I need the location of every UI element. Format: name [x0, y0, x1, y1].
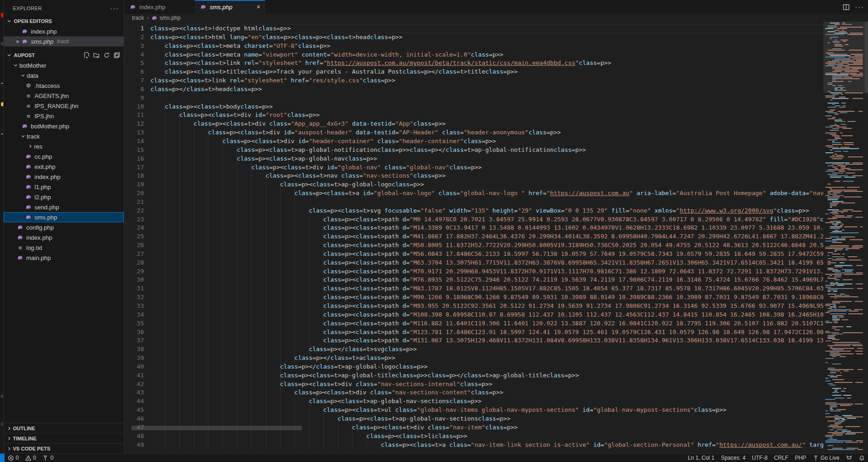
tree-file-ips_range.jhn[interactable]: ≡IPS_RANGE.jhn — [4, 101, 124, 111]
code-line[interactable]: 30 class=p><class=t>path d="M76.8935 20.… — [125, 276, 823, 284]
code-line[interactable]: 35 class=p><class=t>path d="M116.882 11.… — [125, 319, 823, 328]
tab-sms.php[interactable]: sms.php× — [195, 0, 265, 14]
status-warning[interactable]: 0 — [22, 454, 40, 462]
code-line[interactable]: 13 class=p><class=t>div id="auspost-head… — [125, 128, 823, 137]
code-line[interactable]: 36 class=p><class=t>path d="M123.781 17.… — [125, 328, 823, 337]
breadcrumb-folder[interactable]: track — [132, 15, 144, 21]
tree-file-ips.jhn[interactable]: ≡IPS.jhn — [4, 111, 124, 121]
code-line[interactable]: 1class=p><class=t>!doctype htmlclass=p>> — [125, 24, 823, 33]
code-line[interactable]: 9 — [125, 94, 823, 103]
code-line[interactable]: 44 class=p><class=t>ap-global-nav-sectio… — [125, 397, 823, 406]
status-php[interactable]: PHP — [792, 454, 810, 462]
code-line[interactable]: 34 class=p><class=t>path d="M108.398 8.6… — [125, 311, 823, 319]
status-broadcast-tower[interactable]: 0 — [39, 454, 57, 462]
code-line[interactable]: 20 class=p><class=t>a id="global-nav-log… — [125, 189, 823, 198]
code-line[interactable]: 12 class=p><class=t>div class="App_app__… — [125, 120, 823, 128]
code-line[interactable]: 17 class=p><class=t>div id="global-nav" … — [125, 163, 823, 172]
code-line[interactable]: 22 class=p><class=t>svg focusable="false… — [125, 207, 823, 215]
status-pet-cat-icon[interactable] — [843, 454, 856, 462]
code-line[interactable]: 2class=p><class=t>html lang="en"class=p>… — [125, 33, 823, 42]
panel-header-vs-code-pets[interactable]: VS CODE PETS — [4, 443, 124, 453]
vertical-scrollbar[interactable] — [865, 22, 868, 453]
code-line[interactable]: 40 class=p></class=t>ap-global-logoclass… — [125, 363, 823, 371]
code-line[interactable]: 21 — [125, 198, 823, 207]
open-editor-item[interactable]: ×sms.phptrack — [4, 36, 124, 46]
status-spaces-4[interactable]: Spaces: 4 — [718, 454, 748, 462]
status-ln-1-col-1[interactable]: Ln 1, Col 1 — [684, 454, 718, 462]
tree-file-l2.php[interactable]: l2.php — [4, 192, 124, 202]
tree-file-agents.jhn[interactable]: ≡AGENTS.jhn — [4, 91, 124, 101]
code-line[interactable]: 49 class=p><class=t>a class="nav-item-li… — [125, 441, 823, 450]
code-line[interactable]: 5 class=p><class=t>link rel="stylesheet"… — [125, 59, 823, 68]
status-crlf[interactable]: CRLF — [771, 454, 792, 462]
tree-file-cc.php[interactable]: cc.php — [4, 151, 124, 162]
code-line[interactable]: 8class=p></class=t>headclass=p>> — [125, 85, 823, 94]
code-line[interactable]: 42 class=p><class=t>div class="nav-secti… — [125, 380, 823, 389]
tree-folder-res[interactable]: res — [4, 141, 124, 151]
code-line[interactable]: 31 class=p><class=t>path d="M83.1787 18.… — [125, 284, 823, 293]
code-line[interactable]: 26 class=p><class=t>path d="M50.8005 11.… — [125, 241, 823, 250]
open-editor-item[interactable]: index.php — [4, 26, 124, 36]
code-line[interactable]: 39 class=p></class=t>aclass=p>> — [125, 354, 823, 363]
panel-header-outline[interactable]: OUTLINE — [4, 423, 124, 433]
tree-file-.htaccess[interactable]: ⚙.htaccess — [4, 81, 124, 91]
code-line[interactable]: 27 class=p><class=t>path d="M56.0843 17.… — [125, 250, 823, 259]
code-line[interactable]: 37 class=p><class=t>path d="M131.067 13.… — [125, 336, 823, 345]
tree-file-main.php[interactable]: main.php — [4, 253, 124, 263]
code-line[interactable]: 19 class=p><class=t>ap-global-logoclass=… — [125, 180, 823, 189]
close-icon[interactable]: × — [14, 38, 21, 45]
remote-indicator[interactable] — [0, 454, 5, 462]
code-line[interactable]: 32 class=p><class=t>path d="M90.1266 9.1… — [125, 293, 823, 302]
status-error[interactable]: 0 — [5, 454, 22, 462]
new-file-icon[interactable] — [83, 52, 90, 58]
tree-folder-botmother[interactable]: botMother — [4, 60, 124, 70]
code-line[interactable]: 14 class=p><class=t>div id="header-conta… — [125, 137, 823, 146]
code-line[interactable]: 45 class=p><class=t>ul class="global-nav… — [125, 406, 823, 415]
code-line[interactable]: 16 class=p><class=t>ap-global-navclass=p… — [125, 155, 823, 163]
code-line[interactable]: 33 class=p><class=t>path d="M93.955 20.5… — [125, 302, 823, 311]
code-editor[interactable]: 1class=p><class=t>!doctype htmlclass=p>>… — [125, 22, 823, 453]
tree-file-index.php[interactable]: index.php — [4, 232, 124, 243]
tree-file-sms.php[interactable]: sms.php — [4, 212, 124, 222]
code-line[interactable]: 28 class=p><class=t>path d="M63.3704 13.… — [125, 259, 823, 267]
status-utf-8[interactable]: UTF-8 — [749, 454, 771, 462]
code-line[interactable]: 7class=p><class=t>link rel="stylesheet" … — [125, 76, 823, 85]
horizontal-scrollbar[interactable] — [132, 426, 302, 430]
tree-file-index.php[interactable]: index.php — [4, 172, 124, 182]
code-line[interactable]: 15 class=p><class=t>ap-global-notificati… — [125, 146, 823, 155]
code-line[interactable]: 48 class=p><class=t>liclass=p>> — [125, 432, 823, 441]
split-editor-icon[interactable] — [843, 4, 850, 11]
code-line[interactable]: 3 class=p><class=t>meta charset="UTF-8"c… — [125, 42, 823, 51]
collapse-all-icon[interactable] — [114, 52, 120, 58]
code-line[interactable]: 10 class=p><class=t>bodyclass=p>> — [125, 103, 823, 111]
tree-file-config.php[interactable]: config.php — [4, 222, 124, 232]
workspace-header[interactable]: AUPOST — [4, 50, 124, 60]
open-editors-header[interactable]: OPEN EDITORS — [4, 16, 124, 26]
tree-file-l1.php[interactable]: l1.php — [4, 182, 124, 192]
refresh-icon[interactable] — [103, 52, 110, 58]
code-line[interactable]: 46 class=p><class=t>ap-global-nav-sectio… — [125, 415, 823, 423]
minimap[interactable] — [823, 22, 865, 453]
code-line[interactable]: 41 class=p><class=t>ap-global-titleclass… — [125, 371, 823, 380]
tree-folder-data[interactable]: data — [4, 70, 124, 81]
tree-file-exit.php[interactable]: exit.php — [4, 162, 124, 172]
code-line[interactable]: 18 class=p><class=t>nav class="nav-secti… — [125, 172, 823, 180]
code-line[interactable]: 43 class=p><class=t>div class="nav-secti… — [125, 388, 823, 397]
panel-header-timeline[interactable]: TIMELINE — [4, 433, 124, 443]
code-line[interactable]: 38 class=p></class=t>svgclass=p>> — [125, 345, 823, 354]
tree-folder-track[interactable]: track — [4, 131, 124, 141]
code-line[interactable]: 23 class=p><class=t>path d="M0 14.4978C0… — [125, 215, 823, 224]
status-go-live[interactable]: Go Live — [810, 454, 843, 462]
code-line[interactable]: 29 class=p><class=t>path d="M70.9171 20.… — [125, 267, 823, 276]
new-folder-icon[interactable] — [93, 52, 100, 58]
tab-index.php[interactable]: index.php — [125, 0, 195, 14]
tree-file-botmother.php[interactable]: botMother.php — [4, 121, 124, 131]
tree-file-log.txt[interactable]: ≡log.txt — [4, 243, 124, 253]
code-line[interactable]: 25 class=p><class=t>path d="M41.8667 17.… — [125, 232, 823, 241]
code-line[interactable]: 11 class=p><class=t>div id="root"class=p… — [125, 111, 823, 120]
status-bell-icon[interactable] — [856, 454, 868, 462]
ellipsis-icon[interactable]: ··· — [110, 6, 119, 11]
code-line[interactable]: 24 class=p><class=t>path d="M14.3389 0C1… — [125, 224, 823, 232]
close-icon[interactable]: × — [257, 3, 260, 11]
breadcrumb[interactable]: track › sms.php — [125, 14, 868, 22]
